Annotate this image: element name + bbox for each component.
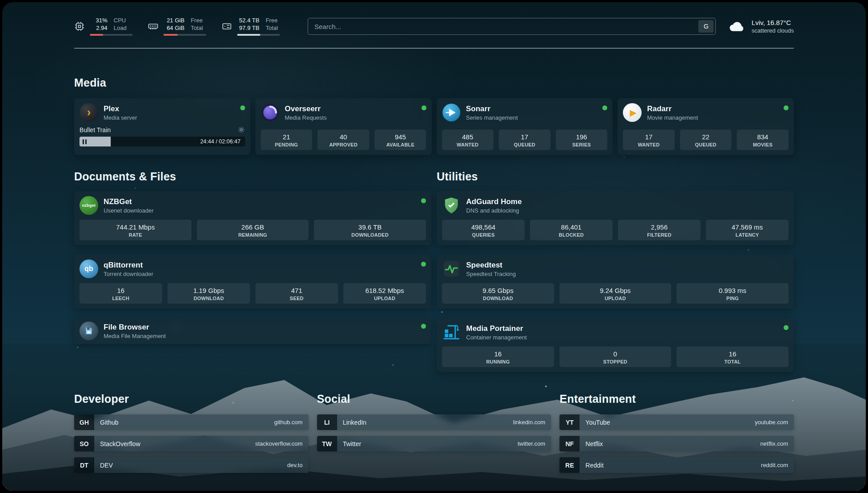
bookmark-abbr: GH bbox=[74, 414, 94, 430]
bookmark-youtube[interactable]: YT YouTube youtube.com bbox=[559, 414, 794, 430]
bookmark-url: twitter.com bbox=[517, 440, 545, 447]
status-dot bbox=[421, 198, 426, 203]
service-subtitle: Series management bbox=[466, 114, 518, 121]
ram-icon bbox=[148, 21, 159, 32]
service-card-plex[interactable]: › Plex Media server Bullet Train bbox=[74, 98, 250, 155]
speedtest-icon bbox=[442, 259, 461, 278]
bookmark-reddit[interactable]: RE Reddit reddit.com bbox=[559, 457, 794, 473]
stat-download: 9.65 Gbps DOWNLOAD bbox=[442, 283, 554, 304]
nzbget-icon: nzbget bbox=[79, 196, 98, 215]
bookmark-name: Reddit bbox=[585, 462, 603, 469]
pause-icon[interactable] bbox=[83, 139, 87, 144]
topbar-divider bbox=[74, 48, 794, 49]
service-card-qbittorrent[interactable]: qb qBittorrent Torrent downloader 16 LEE… bbox=[74, 255, 431, 309]
stats-row: 744.21 Mbps RATE 266 GB REMAINING 39.6 T… bbox=[79, 220, 426, 240]
service-card-nzbget[interactable]: nzbget NZBGet Usenet downloader 744.21 M… bbox=[74, 191, 431, 245]
stat-queued: 22 QUEUED bbox=[680, 130, 732, 150]
cpu-label-top: CPU bbox=[114, 17, 133, 24]
utilities-column: Utilities AdGuard Home DNS and adblockin… bbox=[437, 170, 794, 372]
service-card-overseerr[interactable]: Overseerr Media Requests 21 PENDING 40 A… bbox=[255, 98, 432, 155]
section-heading-media: Media bbox=[74, 76, 794, 89]
service-card-adguard[interactable]: AdGuard Home DNS and adblocking 498,564 … bbox=[437, 191, 794, 245]
bookmark-name: Netflix bbox=[585, 440, 603, 447]
search-input[interactable] bbox=[308, 18, 716, 35]
stats-row: 9.65 Gbps DOWNLOAD 9.24 Gbps UPLOAD 0.99… bbox=[442, 283, 789, 304]
cpu-sub-value: 2.94 bbox=[90, 25, 108, 32]
service-subtitle: Media server bbox=[104, 114, 137, 121]
service-subtitle: Container management bbox=[466, 334, 527, 341]
bookmark-url: github.com bbox=[274, 419, 303, 426]
disk-label-top: Free bbox=[266, 17, 280, 24]
service-card-speedtest[interactable]: Speedtest Speedtest Tracking 9.65 Gbps D… bbox=[437, 255, 794, 309]
playback-progress-bar[interactable]: 24:44 / 02:06:47 bbox=[79, 137, 245, 146]
service-card-portainer[interactable]: Media Portainer Container management 16 … bbox=[437, 318, 794, 372]
service-card-filebrowser[interactable]: File Browser Media File Management bbox=[74, 318, 431, 344]
stat-latency: 47.569 ms LATENCY bbox=[706, 220, 789, 240]
bookmark-abbr: DT bbox=[74, 457, 94, 473]
service-subtitle: Speedtest Tracking bbox=[466, 270, 516, 278]
disk-value: 52.4 TB bbox=[237, 17, 259, 24]
service-subtitle: Movie management bbox=[647, 114, 698, 121]
bookmark-abbr: TW bbox=[317, 436, 337, 451]
bookmark-linkedin[interactable]: LI LinkedIn linkedin.com bbox=[317, 414, 551, 430]
disk-metric: 52.4 TB Free 97.9 TB Total bbox=[221, 17, 280, 36]
bookmarks-social: Social LI LinkedIn linkedin.com TW Twitt… bbox=[317, 393, 551, 479]
bookmark-abbr: YT bbox=[559, 414, 580, 430]
service-subtitle: Usenet downloader bbox=[104, 207, 154, 214]
app-window: 31% CPU 2.94 Load 21 GiB bbox=[2, 2, 866, 491]
status-dot bbox=[240, 105, 245, 110]
service-subtitle: DNS and adblocking bbox=[466, 207, 522, 214]
stats-row: 21 PENDING 40 APPROVED 945 AVAILABLE bbox=[261, 130, 426, 150]
ram-progress-bar bbox=[163, 34, 206, 36]
stat-queued: 17 QUEUED bbox=[499, 130, 551, 150]
now-playing-row: Bullet Train bbox=[79, 126, 245, 134]
service-subtitle: Torrent downloader bbox=[104, 270, 153, 278]
stat-movies: 834 MOVIES bbox=[737, 130, 789, 150]
stats-row: 498,564 QUERIES 86,401 BLOCKED 2,956 FIL… bbox=[442, 220, 789, 240]
stat-blocked: 86,401 BLOCKED bbox=[530, 220, 613, 240]
weather-widget: Lviv, 16.87°C scattered clouds bbox=[728, 17, 794, 35]
stat-pending: 21 PENDING bbox=[261, 130, 313, 150]
stat-total: 16 TOTAL bbox=[676, 347, 789, 367]
search-engine-badge[interactable]: G bbox=[698, 20, 714, 33]
bookmark-stackoverflow[interactable]: SO StackOverflow stackoverflow.com bbox=[74, 436, 309, 451]
disk-label-bottom: Total bbox=[266, 25, 280, 32]
section-heading-entertainment: Entertainment bbox=[559, 393, 794, 405]
service-title: Sonarr bbox=[466, 104, 518, 113]
portainer-icon bbox=[442, 323, 461, 342]
stat-leech: 16 LEECH bbox=[79, 283, 162, 304]
sonarr-icon bbox=[442, 103, 461, 122]
bookmark-twitter[interactable]: TW Twitter twitter.com bbox=[317, 436, 551, 451]
bookmark-name: YouTube bbox=[585, 419, 610, 426]
ram-sub-value: 64 GiB bbox=[163, 25, 184, 32]
gear-icon[interactable] bbox=[238, 126, 245, 134]
service-card-sonarr[interactable]: Sonarr Series management 485 WANTED 17 Q… bbox=[437, 98, 613, 155]
ram-value: 21 GiB bbox=[163, 17, 184, 24]
stat-approved: 40 APPROVED bbox=[317, 130, 369, 150]
bookmark-name: Twitter bbox=[343, 440, 361, 447]
bookmark-dev[interactable]: DT DEV dev.to bbox=[74, 457, 309, 473]
service-card-radarr[interactable]: ▶ Radarr Movie management 17 WANTED 22 bbox=[618, 98, 794, 155]
status-dot bbox=[421, 105, 426, 110]
adguard-icon bbox=[442, 196, 461, 215]
bookmarks-developer: Developer GH Github github.com SO StackO… bbox=[74, 393, 309, 479]
stats-row: 485 WANTED 17 QUEUED 196 SERIES bbox=[442, 130, 608, 150]
service-title: Overseerr bbox=[285, 104, 327, 113]
service-subtitle: Media File Management bbox=[104, 332, 166, 340]
disk-sub-value: 97.9 TB bbox=[237, 25, 259, 32]
service-title: NZBGet bbox=[104, 197, 154, 206]
stat-available: 945 AVAILABLE bbox=[375, 130, 426, 150]
playback-time: 24:44 / 02:06:47 bbox=[200, 138, 245, 145]
stats-row: 16 LEECH 1.19 Gbps DOWNLOAD 471 SEED 6 bbox=[79, 283, 426, 304]
status-dot bbox=[784, 105, 789, 110]
bookmark-abbr: RE bbox=[559, 457, 580, 473]
stat-queries: 498,564 QUERIES bbox=[442, 220, 525, 240]
bookmark-github[interactable]: GH Github github.com bbox=[74, 414, 309, 430]
stat-downloaded: 39.6 TB DOWNLOADED bbox=[314, 220, 426, 240]
service-title: Media Portainer bbox=[466, 324, 527, 333]
filebrowser-icon bbox=[79, 322, 98, 340]
bookmark-netflix[interactable]: NF Netflix netflix.com bbox=[559, 436, 794, 451]
stats-row: 17 WANTED 22 QUEUED 834 MOVIES bbox=[623, 130, 789, 150]
bookmark-abbr: LI bbox=[317, 414, 337, 430]
disk-icon bbox=[221, 21, 232, 32]
